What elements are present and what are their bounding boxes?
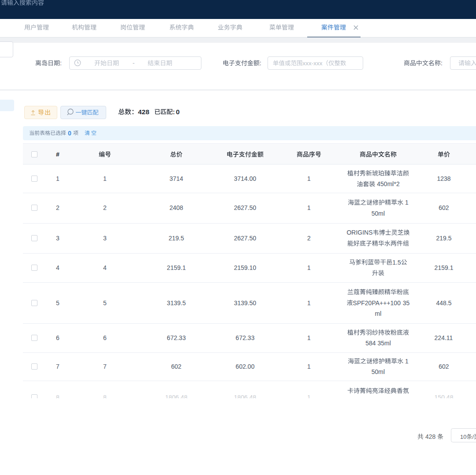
- svg-text:4: 4: [56, 264, 60, 271]
- svg-text:3139.5: 3139.5: [167, 299, 186, 307]
- svg-text:1: 1: [307, 334, 311, 341]
- svg-text:219.5: 219.5: [169, 235, 184, 242]
- svg-text:428: 428: [425, 433, 436, 440]
- svg-text:3: 3: [56, 235, 60, 242]
- svg-text:#: #: [56, 151, 60, 158]
- svg-text:2: 2: [56, 204, 60, 211]
- svg-text:ORIGINS: ORIGINS: [346, 229, 372, 236]
- svg-text:1: 1: [307, 363, 311, 370]
- svg-text:7: 7: [56, 363, 60, 370]
- svg-text:2408: 2408: [169, 204, 183, 211]
- svg-text:xxx-xxx: xxx-xxx: [303, 60, 323, 67]
- svg-text:1.5: 1.5: [392, 259, 401, 266]
- svg-text:50ml: 50ml: [372, 210, 385, 217]
- svg-text:584: 584: [365, 340, 376, 347]
- svg-text:ml: ml: [375, 310, 382, 317]
- svg-text:602: 602: [171, 363, 182, 370]
- svg-text:SPF20PA+++100: SPF20PA+++100: [353, 299, 401, 307]
- svg-text:3714: 3714: [169, 175, 183, 182]
- svg-text:5: 5: [103, 299, 107, 307]
- svg-text:1238: 1238: [437, 175, 450, 182]
- svg-text:1: 1: [103, 175, 107, 182]
- svg-text:602: 602: [439, 204, 449, 211]
- svg-text:450ml*2: 450ml*2: [377, 180, 400, 187]
- svg-text:2627.50: 2627.50: [234, 204, 257, 211]
- svg-text:224.11: 224.11: [435, 334, 453, 341]
- svg-text:0: 0: [68, 130, 71, 137]
- svg-text:428: 428: [138, 108, 149, 116]
- svg-text:602: 602: [439, 363, 449, 370]
- svg-text:1: 1: [56, 175, 60, 182]
- svg-text:1: 1: [405, 199, 409, 206]
- svg-text::: :: [60, 60, 62, 67]
- svg-text:2627.50: 2627.50: [234, 235, 257, 242]
- svg-text::: :: [441, 60, 443, 67]
- svg-text:35ml: 35ml: [378, 340, 391, 347]
- svg-text:/: /: [472, 434, 474, 440]
- svg-text:1: 1: [307, 175, 311, 182]
- svg-text:1: 1: [307, 299, 311, 307]
- svg-text:672.33: 672.33: [236, 334, 255, 341]
- svg-text:6: 6: [103, 334, 107, 341]
- svg-text:3139.50: 3139.50: [234, 299, 257, 307]
- svg-text:35: 35: [403, 299, 410, 307]
- svg-text:448.5: 448.5: [436, 299, 452, 307]
- svg-text:3714.00: 3714.00: [234, 175, 257, 182]
- svg-text:3: 3: [103, 235, 107, 242]
- svg-text:2: 2: [307, 235, 311, 242]
- svg-text:2159.1: 2159.1: [435, 264, 454, 271]
- svg-text:1: 1: [307, 204, 311, 211]
- svg-text:1: 1: [307, 264, 311, 271]
- svg-text:602.00: 602.00: [236, 363, 255, 370]
- svg-text:4: 4: [103, 264, 107, 271]
- svg-text:-: -: [133, 60, 135, 67]
- svg-text::: :: [260, 60, 261, 67]
- svg-text:2159.10: 2159.10: [234, 264, 257, 271]
- svg-text:0: 0: [176, 108, 180, 116]
- svg-text:2: 2: [103, 204, 107, 211]
- svg-text:5: 5: [56, 299, 60, 307]
- svg-text:7: 7: [103, 363, 107, 370]
- svg-text::: :: [173, 108, 175, 116]
- svg-text:10: 10: [460, 434, 466, 440]
- svg-text:2159.1: 2159.1: [167, 264, 186, 271]
- svg-text:219.5: 219.5: [436, 235, 452, 242]
- svg-text:6: 6: [56, 334, 60, 341]
- svg-text:672.33: 672.33: [167, 334, 186, 341]
- svg-text:1: 1: [405, 358, 409, 365]
- svg-text:50ml: 50ml: [372, 368, 385, 375]
